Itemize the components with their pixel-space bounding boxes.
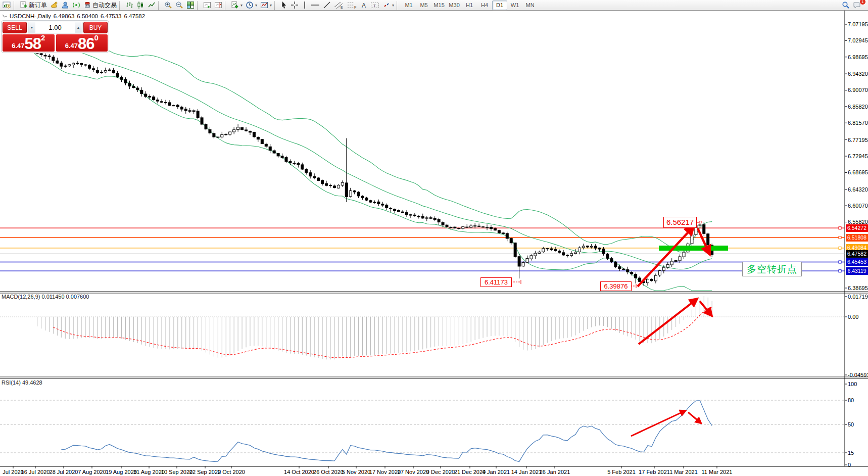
trend-arrow-rsi_down: [688, 412, 701, 423]
jan-low-label[interactable]: 6.41173: [480, 277, 512, 287]
svg-text:7.07195: 7.07195: [848, 21, 868, 27]
svg-text:6.38695: 6.38695: [848, 285, 868, 291]
ask-quote[interactable]: 6.47 86 0: [56, 34, 108, 52]
profile-icon[interactable]: [60, 1, 71, 10]
svg-text:-0.045919: -0.045919: [848, 372, 868, 378]
search-icon[interactable]: [840, 1, 851, 10]
toolbar-divider: [274, 1, 278, 10]
svg-text:17 Feb 2021: 17 Feb 2021: [639, 469, 670, 475]
chart-shift-icon[interactable]: [213, 1, 224, 10]
tab-h1[interactable]: H1: [462, 1, 477, 10]
svg-text:27 Nov 2020: 27 Nov 2020: [398, 469, 429, 475]
volume-down-button[interactable]: ▼: [28, 22, 35, 33]
templates-caret[interactable]: ▾: [270, 3, 272, 8]
volume-up-button[interactable]: ▲: [75, 22, 82, 33]
auto-scroll-icon[interactable]: [202, 1, 213, 10]
zoom-out-icon[interactable]: [174, 1, 185, 10]
text-icon[interactable]: A: [359, 1, 369, 10]
horizontal-line-icon[interactable]: [309, 1, 321, 10]
bid-quote[interactable]: 6.47 58 2: [3, 34, 55, 52]
cursor-icon[interactable]: [279, 1, 289, 10]
chart-canvas[interactable]: 7.071957.029456.986956.943206.900706.858…: [0, 0, 868, 476]
rsi-label: RSI(14) 49.4628: [2, 379, 42, 386]
svg-text:A: A: [362, 2, 366, 9]
svg-text:6.94320: 6.94320: [848, 71, 868, 77]
bid-small-digits: 6.47: [12, 42, 24, 50]
signal-icon[interactable]: [71, 1, 82, 10]
svg-text:6.81570: 6.81570: [848, 120, 868, 126]
tab-m1[interactable]: M1: [401, 1, 416, 10]
trendline-icon[interactable]: [321, 1, 332, 10]
line-chart-icon[interactable]: [146, 1, 157, 10]
symbol-title: USDCNH-,Daily: [10, 13, 51, 19]
tab-w1[interactable]: W1: [507, 1, 522, 10]
templates-icon[interactable]: ▾: [259, 1, 273, 10]
tab-m5[interactable]: M5: [416, 1, 431, 10]
turning-point-note[interactable]: 多空转折点: [742, 262, 802, 276]
equidistant-channel-icon[interactable]: E: [332, 1, 346, 10]
tab-m15[interactable]: M15: [431, 1, 447, 10]
volume-input[interactable]: 1.00: [35, 22, 75, 33]
zoom-in-icon[interactable]: [163, 1, 174, 10]
bar-chart-icon[interactable]: [124, 1, 135, 10]
chat-icon[interactable]: 1: [851, 1, 863, 10]
sell-button[interactable]: SELL: [3, 22, 27, 33]
svg-text:7.02945: 7.02945: [848, 37, 868, 43]
trend-arrow-macd_up: [639, 299, 697, 344]
svg-text:9 Dec 2020: 9 Dec 2020: [426, 469, 455, 475]
volume-box: ▼ 1.00 ▲: [28, 22, 82, 33]
svg-text:19 Aug 2020: 19 Aug 2020: [106, 469, 137, 475]
trend-arrow-macd_down: [700, 301, 711, 315]
new-order-label: 新订单: [29, 1, 47, 10]
arrows-tool-icon[interactable]: ▾: [381, 1, 396, 10]
main-toolbar: 新订单 自动交易 ▾ ▾: [0, 0, 868, 11]
fibonacci-icon[interactable]: F: [346, 1, 359, 10]
auto-trading-label: 自动交易: [92, 1, 117, 10]
indicators-caret[interactable]: ▾: [240, 3, 243, 8]
tile-windows-icon[interactable]: [185, 1, 196, 10]
tab-m30[interactable]: M30: [447, 1, 462, 10]
trend-arrow-rsi_up: [631, 411, 685, 436]
level-price-tag: 6.45453: [846, 258, 868, 266]
toolbar-divider: [119, 1, 123, 10]
svg-text:15: 15: [848, 450, 854, 456]
support-zone-bar[interactable]: [659, 246, 728, 251]
toolbar-divider: [197, 1, 201, 10]
tab-h4[interactable]: H4: [477, 1, 492, 10]
buy-button[interactable]: BUY: [83, 22, 108, 33]
date-axis[interactable]: Jul 202016 Jul 202028 Jul 20207 Aug 2020…: [3, 466, 732, 475]
horn-icon[interactable]: [49, 1, 60, 10]
svg-text:5 Nov 2020: 5 Nov 2020: [342, 469, 370, 475]
trend-arrows[interactable]: [631, 227, 711, 436]
toolbar-divider: [14, 1, 17, 10]
swing-high-label[interactable]: 6.56217: [663, 217, 697, 228]
periods-icon[interactable]: ▾: [244, 1, 259, 10]
periods-caret[interactable]: ▾: [255, 3, 257, 8]
text-label-icon[interactable]: T: [369, 1, 381, 10]
auto-trading-button[interactable]: 自动交易: [82, 1, 118, 10]
arrows-caret[interactable]: ▾: [392, 3, 394, 8]
current-price-tag: 6.47582: [846, 250, 868, 258]
svg-text:31 Aug 2020: 31 Aug 2020: [133, 469, 165, 475]
crosshair-icon[interactable]: [289, 1, 300, 10]
new-order-button[interactable]: 新订单: [18, 1, 49, 10]
chart-window-icon[interactable]: [1, 1, 13, 10]
level-price-tag: 6.51808: [846, 234, 868, 242]
svg-text:28 Jul 2020: 28 Jul 2020: [50, 469, 78, 475]
tab-d1[interactable]: D1: [492, 1, 507, 10]
indicators-icon[interactable]: ▾: [229, 1, 244, 10]
svg-text:14 Oct 2020: 14 Oct 2020: [284, 469, 314, 475]
toolbar-divider: [158, 1, 162, 10]
svg-text:26 Oct 2020: 26 Oct 2020: [313, 469, 344, 475]
vertical-line-icon[interactable]: [300, 1, 309, 10]
ask-small-digits: 6.47: [65, 42, 78, 50]
toolbar-divider: [397, 1, 400, 10]
tab-mn[interactable]: MN: [522, 1, 538, 10]
swing-low-label[interactable]: 6.39876: [600, 281, 632, 291]
bid-pip-digit: 2: [41, 34, 45, 41]
candlestick-icon[interactable]: [135, 1, 146, 10]
ask-pip-digit: 0: [94, 34, 98, 41]
svg-text:1 Mar 2021: 1 Mar 2021: [669, 469, 698, 475]
svg-text:6.60070: 6.60070: [848, 203, 868, 209]
svg-text:2 Oct 2020: 2 Oct 2020: [218, 469, 245, 475]
